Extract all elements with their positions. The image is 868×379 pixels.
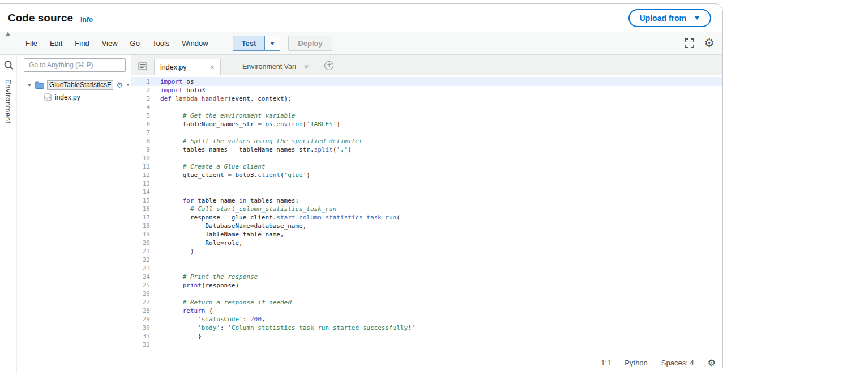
code-line: 'body': 'Column statistics task run star… xyxy=(157,324,722,332)
menu-go[interactable]: Go xyxy=(124,39,146,48)
close-icon[interactable]: × xyxy=(304,63,309,71)
svg-text:</>: </> xyxy=(45,96,51,100)
menu-bar: FileEditFindViewGoToolsWindow Test Deplo… xyxy=(0,32,722,55)
line-number: 19 xyxy=(131,230,157,239)
tab-label: Environment Vari xyxy=(242,63,296,71)
upload-from-button[interactable]: Upload from xyxy=(628,9,711,27)
search-icon[interactable] xyxy=(3,60,14,72)
line-number: 22 xyxy=(131,256,157,264)
chevron-down-icon xyxy=(694,16,700,20)
chevron-down-icon xyxy=(270,42,275,45)
code-line: import boto3 xyxy=(157,86,722,94)
line-number: 28 xyxy=(131,307,157,315)
code-line: tableName_names_str = os.environ['TABLES… xyxy=(157,120,722,128)
code-line: TableName=table_name, xyxy=(157,230,722,239)
code-line: # Create a Glue client xyxy=(157,162,722,171)
line-number: 6 xyxy=(131,120,157,128)
gear-icon[interactable]: ⚙ xyxy=(116,81,123,89)
test-button[interactable]: Test xyxy=(233,36,266,51)
tab-index-py[interactable]: index.py × xyxy=(154,59,221,75)
code-line: ) xyxy=(157,247,722,256)
code-line: # Get the environment variable xyxy=(157,111,722,120)
tab-environment-variables[interactable]: Environment Vari × xyxy=(237,58,314,75)
tree-file-row[interactable]: </> index.py xyxy=(17,91,131,104)
print-margin-line xyxy=(460,75,460,374)
tab-list-icon[interactable] xyxy=(138,62,147,70)
chevron-down-icon xyxy=(126,84,130,86)
line-number: 9 xyxy=(131,145,157,154)
environment-strip: Environment xyxy=(0,55,17,374)
tree-folder-row[interactable]: GlueTableStatisticsF ⚙ xyxy=(17,79,131,91)
line-number: 8 xyxy=(131,137,157,145)
deploy-button[interactable]: Deploy xyxy=(288,36,332,51)
main-content: Environment GlueTableStatisticsF ⚙ </> xyxy=(0,55,722,374)
code-source-panel: Code source Info Upload from FileEditFin… xyxy=(0,3,723,374)
code-line xyxy=(157,256,722,264)
menu-items: FileEditFindViewGoToolsWindow xyxy=(19,39,215,48)
code-line: # Return a response if needed xyxy=(157,298,722,307)
line-number: 7 xyxy=(131,128,157,137)
code-line: } xyxy=(157,332,722,341)
line-number: 25 xyxy=(131,281,157,290)
code-line xyxy=(157,128,722,137)
tab-bar: index.py × Environment Vari × + xyxy=(131,55,722,75)
menu-window[interactable]: Window xyxy=(176,39,214,48)
gear-icon[interactable]: ⚙ xyxy=(708,358,716,368)
test-dropdown-button[interactable] xyxy=(265,36,280,51)
line-number: 23 xyxy=(131,264,157,273)
close-icon[interactable]: × xyxy=(210,63,215,71)
folder-name: GlueTableStatisticsF xyxy=(47,80,113,90)
upload-from-label: Upload from xyxy=(640,14,686,23)
code-line xyxy=(157,290,722,298)
line-number: 27 xyxy=(131,298,157,307)
line-number: 12 xyxy=(131,171,157,179)
menu-file[interactable]: File xyxy=(19,39,44,48)
menubar-right-icons: ⚙ xyxy=(685,37,715,49)
page-title: Code source xyxy=(8,12,73,24)
new-tab-button[interactable]: + xyxy=(324,61,333,70)
line-number: 2 xyxy=(131,86,157,94)
code-line xyxy=(157,264,722,273)
line-number: 11 xyxy=(131,162,157,171)
line-number: 1 xyxy=(131,77,157,86)
line-number: 16 xyxy=(131,205,157,213)
tab-label: index.py xyxy=(160,63,187,71)
line-number: 3 xyxy=(131,94,157,103)
code-line: for table_name in tables_names: xyxy=(157,196,722,205)
menu-tools[interactable]: Tools xyxy=(146,39,176,48)
line-number: 32 xyxy=(131,341,157,349)
folder-icon xyxy=(35,81,44,89)
code-lines: import osimport boto3def lambda_handler(… xyxy=(157,75,722,374)
goto-anything-input[interactable] xyxy=(24,58,126,72)
text-cursor xyxy=(160,78,160,85)
info-link[interactable]: Info xyxy=(80,16,93,24)
menu-find[interactable]: Find xyxy=(69,39,95,48)
menu-edit[interactable]: Edit xyxy=(44,39,69,48)
file-tree-panel: GlueTableStatisticsF ⚙ </> index.py xyxy=(17,55,131,374)
gear-icon[interactable]: ⚙ xyxy=(704,37,715,49)
code-line: Role=role, xyxy=(157,239,722,247)
indent-setting[interactable]: Spaces: 4 xyxy=(661,359,694,367)
menu-view[interactable]: View xyxy=(96,39,124,48)
test-split-button: Test xyxy=(233,36,281,51)
code-line xyxy=(157,179,722,188)
code-line xyxy=(157,154,722,162)
language-mode[interactable]: Python xyxy=(625,359,647,367)
line-number: 17 xyxy=(131,213,157,222)
line-number: 30 xyxy=(131,324,157,332)
fullscreen-icon[interactable] xyxy=(685,38,694,48)
file-tree: GlueTableStatisticsF ⚙ </> index.py xyxy=(17,79,131,104)
line-number: 20 xyxy=(131,239,157,247)
code-line: print(response) xyxy=(157,281,722,290)
code-line: def lambda_handler(event, context): xyxy=(157,94,722,103)
code-line: import os xyxy=(157,77,722,86)
editor-status-bar: 1:1 Python Spaces: 4 ⚙ xyxy=(601,358,716,368)
code-file-icon: </> xyxy=(44,93,52,101)
collapse-panel-icon[interactable] xyxy=(5,29,11,39)
environment-label[interactable]: Environment xyxy=(4,79,12,123)
editor: index.py × Environment Vari × + 12345678… xyxy=(131,55,722,374)
line-number: 14 xyxy=(131,188,157,196)
code-area[interactable]: 1234567891011121314151617181920212223242… xyxy=(131,75,722,374)
line-number: 5 xyxy=(131,111,157,120)
disclosure-triangle-icon[interactable] xyxy=(27,84,32,87)
